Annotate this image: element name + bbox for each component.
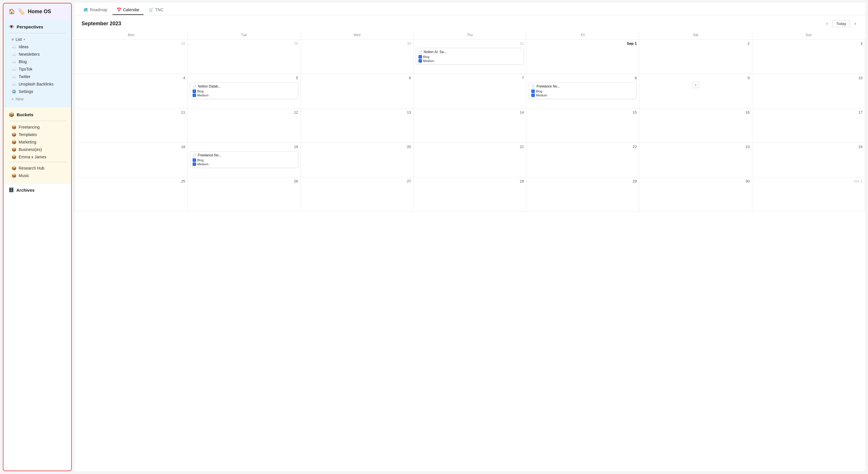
checkbox-checked xyxy=(531,94,535,97)
bucket-item-icon: 📦 xyxy=(11,155,17,159)
bucket-item-icon: 📦 xyxy=(11,125,17,129)
calendar-day[interactable]: 12 xyxy=(188,108,301,143)
sidebar-item-twitter[interactable]: ☁️ Twitter xyxy=(3,73,71,80)
sidebar-home[interactable]: 🏠 🏷️ Home OS xyxy=(3,3,71,20)
calendar-day[interactable]: 17 xyxy=(752,108,865,143)
tag-label: Blog xyxy=(197,158,204,162)
new-button[interactable]: + New xyxy=(3,95,71,103)
sidebar-item-freelancing[interactable]: 📦 Freelancing xyxy=(3,123,71,131)
doc-icon: 📄 xyxy=(193,154,197,157)
calendar-day[interactable]: 4 xyxy=(75,74,188,108)
calendar-day[interactable]: 10 xyxy=(752,74,865,108)
calendar-day[interactable]: 5📄Notion Datab...BlogMedium xyxy=(188,74,301,108)
sidebar-item-blog[interactable]: ☁️ Blog xyxy=(3,58,71,65)
calendar-day[interactable]: 14 xyxy=(413,108,526,143)
tab-calendar-label: Calendar xyxy=(123,7,140,12)
calendar-day[interactable]: 23 xyxy=(639,143,752,177)
doc-icon: 📄 xyxy=(418,50,423,54)
event-title-text: Freelance No... xyxy=(536,84,560,88)
archives-section[interactable]: 🗄️ Archives xyxy=(3,184,71,196)
calendar-icon: 📅 xyxy=(117,7,121,12)
tab-roadmap[interactable]: 🗺️ Roadmap xyxy=(79,5,112,15)
divider xyxy=(9,162,66,162)
doc-icon: 📄 xyxy=(193,85,197,88)
calendar-week-4: 252627282930Oct 1 xyxy=(75,177,865,212)
sidebar-item-tipstok[interactable]: ☁️ TipsTok xyxy=(3,65,71,73)
cloud-icon: ☁️ xyxy=(11,74,17,79)
checkbox-checked xyxy=(193,94,196,97)
calendar-day[interactable]: 21 xyxy=(413,143,526,177)
calendar-day[interactable]: 29 xyxy=(526,177,639,212)
prev-month-button[interactable]: ‹ xyxy=(824,20,830,27)
new-label: New xyxy=(16,97,24,101)
event-card[interactable]: 📄Notion Datab...BlogMedium xyxy=(190,82,298,99)
day-number: 3 xyxy=(755,41,863,47)
cloud-icon: ☁️ xyxy=(11,82,17,86)
day-number: Sep 1 xyxy=(529,41,637,47)
day-number: 29 xyxy=(529,179,637,185)
sidebar: 🏠 🏷️ Home OS 👁️ Perspectives ≡ List ▾ ☁️… xyxy=(3,3,72,471)
home-title: Home OS xyxy=(28,9,51,14)
sidebar-item-unsplash[interactable]: ☁️ Unsplash Backlinks xyxy=(3,80,71,88)
list-view-item[interactable]: ≡ List ▾ xyxy=(3,36,71,43)
event-card[interactable]: 📄Freelance No...BlogMedium xyxy=(529,82,637,99)
calendar-day[interactable]: 6 xyxy=(301,74,413,108)
calendar-day[interactable]: 30 xyxy=(639,177,752,212)
calendar-day[interactable]: 31📄Notion AI: Sa...BlogMedium xyxy=(413,40,526,74)
businesses-label: Business(es) xyxy=(19,147,42,152)
calendar-day[interactable]: 27 xyxy=(301,177,413,212)
sidebar-item-templates[interactable]: 📦 Templates xyxy=(3,131,71,138)
calendar-day[interactable]: 15 xyxy=(526,108,639,143)
today-button[interactable]: Today xyxy=(832,20,850,27)
calendar-day[interactable]: 11 xyxy=(75,108,188,143)
archives-icon: 🗄️ xyxy=(9,187,14,192)
calendar-day[interactable]: 22 xyxy=(526,143,639,177)
sidebar-item-businesses[interactable]: 📦 Business(es) xyxy=(3,146,71,153)
tab-tnc[interactable]: 🛒 TNC xyxy=(145,5,167,15)
calendar-day[interactable]: 9+ xyxy=(639,74,752,108)
next-month-button[interactable]: › xyxy=(852,20,858,27)
calendar-day[interactable]: 29 xyxy=(188,40,301,74)
day-number: 20 xyxy=(303,145,411,150)
calendar-day[interactable]: 28 xyxy=(75,40,188,74)
calendar-day[interactable]: 26 xyxy=(188,177,301,212)
calendar-day[interactable]: 7 xyxy=(413,74,526,108)
templates-label: Templates xyxy=(19,132,37,137)
sidebar-item-ideas[interactable]: ☁️ Ideas xyxy=(3,43,71,51)
calendar-day[interactable]: 20 xyxy=(301,143,413,177)
event-card[interactable]: 📄Freelance No...BlogMedium xyxy=(190,151,298,168)
calendar-day[interactable]: 13 xyxy=(301,108,413,143)
calendar-day[interactable]: 2 xyxy=(639,40,752,74)
day-number: 4 xyxy=(77,76,185,81)
event-title-text: Freelance No... xyxy=(198,153,221,157)
sidebar-item-marketing[interactable]: 📦 Marketing xyxy=(3,138,71,146)
add-day-button[interactable]: + xyxy=(693,82,699,88)
calendar-day[interactable]: 16 xyxy=(639,108,752,143)
sidebar-item-settings[interactable]: ⚙️ Settings xyxy=(3,88,71,95)
calendar-day[interactable]: Sep 1 xyxy=(526,40,639,74)
calendar-day[interactable]: 24 xyxy=(752,143,865,177)
tipstok-label: TipsTok xyxy=(19,67,32,71)
calendar-day[interactable]: 28 xyxy=(413,177,526,212)
day-number: 5 xyxy=(190,76,298,81)
calendar-day[interactable]: 19📄Freelance No...BlogMedium xyxy=(188,143,301,177)
event-card[interactable]: 📄Notion AI: Sa...BlogMedium xyxy=(416,48,524,65)
day-number: 19 xyxy=(190,145,298,150)
day-number: 23 xyxy=(642,145,749,150)
sidebar-item-research-hub[interactable]: 📦 Research Hub xyxy=(3,164,71,172)
day-number: 26 xyxy=(190,179,298,185)
sidebar-item-emma-james[interactable]: 📦 Emma x James xyxy=(3,153,71,161)
calendar-day[interactable]: 3 xyxy=(752,40,865,74)
calendar-day[interactable]: Oct 1 xyxy=(752,177,865,212)
calendar-day[interactable]: 25 xyxy=(75,177,188,212)
calendar-day[interactable]: 18 xyxy=(75,143,188,177)
ideas-label: Ideas xyxy=(19,44,28,49)
calendar-day[interactable]: 8📄Freelance No...BlogMedium xyxy=(526,74,639,108)
sidebar-item-music[interactable]: 📦 Music xyxy=(3,172,71,179)
weekday-thu: Thu xyxy=(413,31,526,40)
calendar-day[interactable]: 30 xyxy=(301,40,413,74)
sidebar-item-newsletters[interactable]: ☁️ Newsletters xyxy=(3,51,71,58)
bucket-item-icon: 📦 xyxy=(11,140,17,144)
research-hub-label: Research Hub xyxy=(19,166,44,170)
tab-calendar[interactable]: 📅 Calendar xyxy=(113,5,144,15)
